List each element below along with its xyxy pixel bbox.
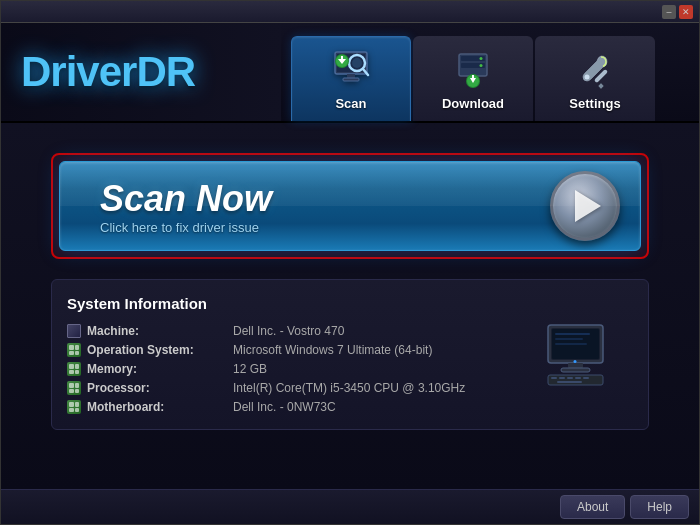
svg-rect-25 <box>555 343 587 345</box>
info-table: Machine: Dell Inc. - Vostro 470 Operatio… <box>67 324 528 414</box>
minimize-button[interactable]: – <box>662 5 676 19</box>
footer: About Help <box>1 489 699 524</box>
motherboard-icon <box>67 400 81 414</box>
svg-rect-32 <box>567 377 573 379</box>
info-row-os: Operation System: Microsoft Windows 7 Ul… <box>67 343 528 357</box>
processor-icon <box>67 381 81 395</box>
memory-icon <box>67 362 81 376</box>
system-info-panel: System Information Machine: Dell Inc. - … <box>51 279 649 430</box>
close-button[interactable]: ✕ <box>679 5 693 19</box>
svg-rect-26 <box>568 363 583 368</box>
svg-rect-5 <box>347 74 355 78</box>
memory-label: Memory: <box>87 362 227 376</box>
scan-arrow-button[interactable] <box>550 171 620 241</box>
nav-tabs: Scan <box>291 23 657 121</box>
app-logo: DriverDR <box>21 48 195 96</box>
memory-value: 12 GB <box>233 362 267 376</box>
settings-tab-icon <box>573 46 618 91</box>
os-icon <box>67 343 81 357</box>
info-row-motherboard: Motherboard: Dell Inc. - 0NW73C <box>67 400 528 414</box>
svg-rect-31 <box>559 377 565 379</box>
arrow-right-icon <box>575 190 601 222</box>
svg-rect-19 <box>598 83 604 89</box>
svg-rect-27 <box>561 368 590 372</box>
scan-now-title: Scan Now <box>100 178 272 220</box>
header: DriverDR <box>1 23 699 123</box>
processor-value: Intel(R) Core(TM) i5-3450 CPU @ 3.10GHz <box>233 381 465 395</box>
scan-tab-icon <box>329 46 374 91</box>
about-button[interactable]: About <box>560 495 625 519</box>
info-row-memory: Memory: 12 GB <box>67 362 528 376</box>
scan-btn-text: Scan Now Click here to fix driver issue <box>100 178 272 235</box>
motherboard-label: Motherboard: <box>87 400 227 414</box>
titlebar: – ✕ <box>1 1 699 23</box>
tab-scan-label: Scan <box>335 96 366 111</box>
help-button[interactable]: Help <box>630 495 689 519</box>
svg-rect-34 <box>583 377 589 379</box>
svg-point-3 <box>352 58 362 68</box>
machine-icon <box>67 324 81 338</box>
machine-label: Machine: <box>87 324 227 338</box>
motherboard-value: Dell Inc. - 0NW73C <box>233 400 336 414</box>
computer-illustration <box>543 295 633 414</box>
svg-point-13 <box>480 64 483 67</box>
system-info-title: System Information <box>67 295 528 312</box>
svg-rect-24 <box>555 338 583 340</box>
main-content: Scan Now Click here to fix driver issue … <box>1 123 699 489</box>
svg-rect-6 <box>343 78 359 81</box>
tab-download-label: Download <box>442 96 504 111</box>
tab-download[interactable]: Download <box>413 36 533 121</box>
scan-now-subtitle: Click here to fix driver issue <box>100 220 272 235</box>
svg-rect-23 <box>555 333 590 335</box>
scan-button-container: Scan Now Click here to fix driver issue <box>51 153 649 259</box>
os-value: Microsoft Windows 7 Ultimate (64-bit) <box>233 343 432 357</box>
processor-label: Processor: <box>87 381 227 395</box>
svg-point-28 <box>574 360 577 363</box>
os-label: Operation System: <box>87 343 227 357</box>
svg-rect-16 <box>472 75 474 80</box>
download-tab-icon <box>451 46 496 91</box>
logo-area: DriverDR <box>1 23 281 121</box>
info-row-machine: Machine: Dell Inc. - Vostro 470 <box>67 324 528 338</box>
machine-value: Dell Inc. - Vostro 470 <box>233 324 344 338</box>
svg-rect-30 <box>551 377 557 379</box>
svg-rect-29 <box>548 375 603 385</box>
svg-point-17 <box>585 74 590 79</box>
svg-rect-33 <box>575 377 581 379</box>
svg-point-12 <box>480 57 483 60</box>
tab-scan[interactable]: Scan <box>291 36 411 121</box>
computer-svg <box>543 320 623 390</box>
info-row-processor: Processor: Intel(R) Core(TM) i5-3450 CPU… <box>67 381 528 395</box>
scan-now-button[interactable]: Scan Now Click here to fix driver issue <box>59 161 641 251</box>
main-window: – ✕ DriverDR <box>0 0 700 525</box>
tab-settings-label: Settings <box>569 96 620 111</box>
tab-settings[interactable]: Settings <box>535 36 655 121</box>
svg-rect-35 <box>557 381 582 383</box>
